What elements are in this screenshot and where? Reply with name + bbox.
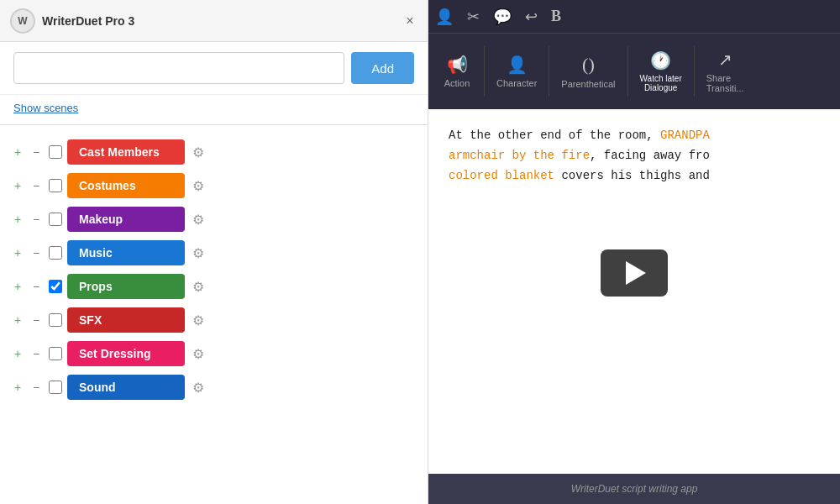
- right-panel: 👤 ✂ 💬 ↩ B 📢 Action 👤 Character () Parent…: [428, 0, 840, 504]
- toolbar-divider-1: [484, 46, 485, 97]
- script-line1-orange: GRANDPA: [660, 129, 710, 142]
- editor-toolbar: 📢 Action 👤 Character () Parenthetical 🕐 …: [428, 34, 840, 109]
- category-btn-music[interactable]: Music: [67, 240, 185, 265]
- user-icon[interactable]: 👤: [435, 8, 454, 26]
- toolbar-action[interactable]: 📢 Action: [432, 48, 482, 95]
- parenthetical-icon: (): [582, 54, 595, 76]
- undo-icon[interactable]: ↩: [525, 8, 538, 26]
- checkbox-props[interactable]: [49, 280, 62, 293]
- minus-icon-sound[interactable]: −: [29, 380, 44, 395]
- share-icon: ↗: [718, 50, 732, 70]
- play-triangle-icon: [626, 261, 646, 285]
- search-bar: Add: [0, 42, 428, 95]
- list-item-sfx: + − SFX ⚙: [10, 303, 417, 337]
- gear-btn-cast-members[interactable]: ⚙: [188, 142, 208, 162]
- list-item-set-dressing: + − Set Dressing ⚙: [10, 337, 417, 370]
- plus-icon-makeup[interactable]: +: [10, 212, 25, 227]
- plus-icon-music[interactable]: +: [10, 245, 25, 260]
- gear-btn-sound[interactable]: ⚙: [188, 377, 208, 397]
- minus-icon-cast-members[interactable]: −: [29, 144, 44, 160]
- gear-btn-sfx[interactable]: ⚙: [188, 310, 208, 330]
- toolbar-divider-4: [694, 46, 695, 97]
- app-title: WriterDuet Pro 3: [42, 14, 402, 28]
- action-label: Action: [444, 78, 470, 88]
- checkbox-cast-members[interactable]: [49, 145, 62, 159]
- category-btn-cast-members[interactable]: Cast Members: [67, 139, 185, 165]
- action-icon: 📢: [447, 55, 468, 75]
- plus-icon-sound[interactable]: +: [10, 380, 25, 395]
- minus-icon-sfx[interactable]: −: [29, 312, 44, 328]
- checkbox-sound[interactable]: [49, 381, 62, 394]
- checkbox-makeup[interactable]: [49, 213, 62, 226]
- list-item-costumes: + − Costumes ⚙: [10, 169, 417, 202]
- category-btn-props[interactable]: Props: [67, 274, 185, 299]
- checkbox-sfx[interactable]: [49, 313, 62, 327]
- gear-btn-props[interactable]: ⚙: [188, 276, 208, 297]
- category-btn-set-dressing[interactable]: Set Dressing: [67, 341, 185, 366]
- character-icon: 👤: [507, 55, 528, 75]
- app-logo: W: [10, 8, 35, 34]
- list-item-cast-members: + − Cast Members ⚙: [10, 135, 417, 169]
- toolbar-character[interactable]: 👤 Character: [486, 48, 547, 95]
- gear-btn-set-dressing[interactable]: ⚙: [188, 344, 208, 364]
- script-line2-normal: , facing away fro: [590, 149, 710, 162]
- clock-icon: 🕐: [650, 50, 671, 71]
- script-content-area: At the other end of the room, GRANDPA ar…: [428, 109, 840, 474]
- minus-icon-costumes[interactable]: −: [29, 178, 44, 193]
- show-scenes-link[interactable]: Show scenes: [0, 95, 428, 118]
- character-label: Character: [496, 78, 537, 88]
- video-play-button[interactable]: [601, 249, 668, 297]
- minus-icon-set-dressing[interactable]: −: [29, 346, 44, 361]
- watch-later-label: Watch laterDialogue: [640, 74, 682, 92]
- toolbar-divider-3: [627, 46, 628, 97]
- plus-icon-costumes[interactable]: +: [10, 178, 25, 193]
- checkbox-music[interactable]: [49, 246, 62, 260]
- bold-icon[interactable]: B: [551, 8, 561, 25]
- toolbar-share[interactable]: ↗ ShareTransiti...: [696, 43, 754, 100]
- script-line3-normal: covers his thighs and: [554, 169, 710, 182]
- plus-icon-props[interactable]: +: [10, 279, 25, 294]
- category-btn-makeup[interactable]: Makeup: [67, 207, 185, 232]
- toolbar-parenthetical[interactable]: () Parenthetical: [551, 47, 625, 96]
- gear-btn-costumes[interactable]: ⚙: [188, 176, 208, 196]
- add-button[interactable]: Add: [351, 52, 414, 84]
- comment-icon[interactable]: 💬: [493, 8, 512, 26]
- scissors-icon[interactable]: ✂: [467, 8, 480, 26]
- script-line2-orange: armchair by the fire: [449, 149, 590, 162]
- list-item-makeup: + − Makeup ⚙: [10, 202, 417, 236]
- top-icons-row: 👤 ✂ 💬 ↩ B: [428, 0, 840, 34]
- categories-list: + − Cast Members ⚙ + − Costumes ⚙ + − Ma…: [0, 132, 428, 504]
- plus-icon-cast-members[interactable]: +: [10, 144, 25, 160]
- plus-icon-sfx[interactable]: +: [10, 312, 25, 328]
- share-label: ShareTransiti...: [706, 73, 744, 93]
- parenthetical-label: Parenthetical: [561, 79, 615, 89]
- title-bar: W WriterDuet Pro 3 ×: [0, 0, 428, 42]
- category-btn-sound[interactable]: Sound: [67, 375, 185, 400]
- divider: [0, 124, 428, 125]
- list-item-sound: + − Sound ⚙: [10, 370, 417, 404]
- close-button[interactable]: ×: [402, 13, 417, 29]
- category-btn-costumes[interactable]: Costumes: [67, 173, 185, 198]
- checkbox-set-dressing[interactable]: [49, 347, 62, 360]
- minus-icon-makeup[interactable]: −: [29, 212, 44, 227]
- plus-icon-set-dressing[interactable]: +: [10, 346, 25, 361]
- script-line1-normal: At the other end of the room,: [449, 129, 660, 142]
- watermark-text: WriterDuet script writing app: [571, 483, 698, 495]
- minus-icon-props[interactable]: −: [29, 279, 44, 294]
- search-input[interactable]: [13, 52, 344, 84]
- gear-btn-music[interactable]: ⚙: [188, 243, 208, 263]
- gear-btn-makeup[interactable]: ⚙: [188, 209, 208, 229]
- bottom-bar: WriterDuet script writing app: [428, 474, 840, 504]
- toolbar-divider-2: [549, 46, 549, 97]
- script-line3-orange: colored blanket: [449, 169, 554, 182]
- left-panel: W WriterDuet Pro 3 × Add Show scenes + −…: [0, 0, 428, 504]
- toolbar-watch-later[interactable]: 🕐 Watch laterDialogue: [630, 44, 692, 99]
- list-item-music: + − Music ⚙: [10, 236, 417, 270]
- script-text: At the other end of the room, GRANDPA ar…: [449, 126, 820, 186]
- checkbox-costumes[interactable]: [49, 179, 62, 192]
- list-item-props: + − Props ⚙: [10, 270, 417, 303]
- category-btn-sfx[interactable]: SFX: [67, 307, 185, 333]
- minus-icon-music[interactable]: −: [29, 245, 44, 260]
